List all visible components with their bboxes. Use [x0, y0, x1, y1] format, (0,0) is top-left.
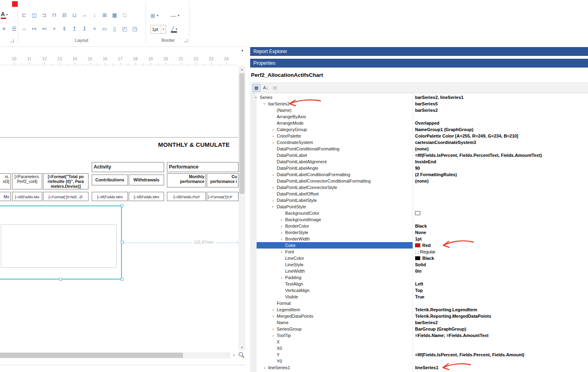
- property-value[interactable]: 1pt: [415, 236, 587, 242]
- table-header-performance[interactable]: Performance: [167, 162, 238, 172]
- expand-icon[interactable]: ›: [271, 306, 275, 313]
- property-value[interactable]: Red: [415, 242, 587, 249]
- selection-handle[interactable]: [121, 204, 123, 207]
- property-row-datapointlabeloffset[interactable]: DataPointLabelOffset: [250, 191, 588, 197]
- property-value[interactable]: barSeries5: [415, 101, 587, 107]
- remove-horizontal-spacing-icon[interactable]: ×: [51, 26, 58, 32]
- expand-icon[interactable]: ›: [279, 216, 284, 223]
- property-row-datapointlabelconditionalformatting[interactable]: ›DataPointLabelConditionalFormatting(2 F…: [250, 171, 588, 178]
- property-row-coordinatesystem[interactable]: ›CoordinateSystemcartesianCoordinateSyst…: [250, 139, 588, 146]
- horizontal-scrollbar-thumb[interactable]: [0, 353, 183, 358]
- property-value[interactable]: ColorPalette Color [A=255, R=249, G=234,…: [415, 133, 587, 139]
- property-row-datapointconditionalformatting[interactable]: DataPointConditionalFormatting(none): [250, 146, 588, 152]
- collapse-icon[interactable]: ›: [253, 95, 259, 100]
- increase-vertical-spacing-icon[interactable]: ↥: [71, 26, 78, 32]
- align-rights-icon[interactable]: ⊐: [41, 12, 47, 18]
- line-style-dropdown-button[interactable]: — ▾: [171, 11, 179, 20]
- report-title-textbox[interactable]: MONTHLY & CUMULATE: [158, 141, 239, 148]
- property-row-borderwidth[interactable]: ›BorderWidth1pt: [250, 236, 588, 242]
- vertical-scrollbar-thumb[interactable]: [239, 73, 245, 194]
- property-value[interactable]: (2 FormattingRules): [415, 171, 587, 178]
- property-row-datapointlabelconnectorconditionalformatting[interactable]: DataPointLabelConnectorConditionalFormat…: [250, 178, 588, 184]
- table-cell[interactable]: [=Format('{0:P: [207, 192, 238, 201]
- expand-icon[interactable]: ›: [271, 326, 275, 332]
- expand-icon[interactable]: ›: [279, 229, 284, 236]
- property-value[interactable]: (none): [415, 178, 587, 184]
- property-row-x0[interactable]: X0: [250, 345, 588, 351]
- property-row-datapointlabel[interactable]: DataPointLabel=IIf(Fields.IsPercent, Fie…: [250, 152, 588, 158]
- table-cell[interactable]: Withdrawals: [129, 175, 164, 185]
- property-pages-icon[interactable]: ▤: [271, 84, 279, 92]
- expand-icon[interactable]: ›: [271, 126, 275, 133]
- make-same-width-icon[interactable]: ↔: [81, 12, 88, 18]
- property-value[interactable]: =IIf(Fields.IsPercent, Fields.Percent, F…: [415, 351, 587, 358]
- align-lefts-icon[interactable]: ⊏: [21, 12, 27, 18]
- chart-plot-area[interactable]: [1, 224, 117, 268]
- property-value[interactable]: lineSeries1: [415, 364, 587, 371]
- increase-horizontal-spacing-icon[interactable]: ↦: [31, 26, 37, 32]
- expand-icon[interactable]: ›: [271, 133, 275, 139]
- property-value[interactable]: Telerik.Reporting.LegendItem: [415, 306, 587, 313]
- property-value[interactable]: Top: [415, 287, 587, 294]
- property-row-x[interactable]: X: [250, 339, 588, 345]
- property-value[interactable]: None: [415, 229, 587, 236]
- bring-to-front-icon[interactable]: ◰: [121, 26, 128, 32]
- line-color-dropdown-button[interactable]: ╱ ▾: [171, 25, 177, 34]
- property-value[interactable]: Overlapped: [415, 120, 587, 126]
- property-row-mergeddatapoints[interactable]: ›MergedDataPointsTelerik.Reporting.Merge…: [250, 313, 588, 319]
- expand-icon[interactable]: ›: [271, 313, 275, 319]
- property-value[interactable]: True: [415, 294, 587, 300]
- report-explorer-header[interactable]: Report Explorer: [250, 47, 588, 56]
- property-row-legenditem[interactable]: ›LegendItemTelerik.Reporting.LegendItem: [250, 306, 588, 313]
- categorized-icon[interactable]: ▦: [253, 84, 260, 92]
- property-value[interactable]: Left: [415, 281, 587, 287]
- property-row-linecolor[interactable]: LineColorBlack: [250, 255, 588, 261]
- expand-icon[interactable]: ›: [271, 139, 275, 146]
- property-value[interactable]: 0in: [415, 268, 587, 274]
- property-value[interactable]: BarGroup (GraphGroup): [415, 326, 587, 332]
- property-row-lineseries1[interactable]: ›lineSeries1lineSeries1: [250, 364, 588, 371]
- property-value[interactable]: barSeries2: [415, 107, 587, 113]
- property-row-linestyle[interactable]: LineStyleSolid: [250, 261, 588, 268]
- table-cell[interactable]: rs. ol3]: [0, 173, 11, 189]
- table-header-activity[interactable]: Activity: [92, 162, 164, 172]
- property-row-colorpalette[interactable]: ›ColorPaletteColorPalette Color [A=255, …: [250, 133, 588, 139]
- property-value[interactable]: [415, 210, 587, 216]
- table-cell[interactable]: Cu performance i: [207, 173, 238, 187]
- selection-handle[interactable]: [59, 278, 62, 281]
- property-row-font[interactable]: ›Font; ; Regular: [250, 249, 588, 255]
- property-row-linewidth[interactable]: LineWidth0in: [250, 268, 588, 274]
- property-row-name[interactable]: (Name)barSeries2: [250, 107, 588, 113]
- size-to-grid-icon[interactable]: ▦: [111, 12, 118, 18]
- table-cell[interactable]: [=Format("Total po rtefeuille {0}", Para…: [43, 173, 88, 189]
- property-row-arrangemode[interactable]: ArrangeModeOverlapped: [250, 120, 588, 126]
- expand-icon[interactable]: ›: [262, 364, 267, 371]
- property-value[interactable]: Black: [415, 223, 587, 229]
- table-cell[interactable]: [=IIf(Fields.Perf: [167, 192, 206, 201]
- property-value[interactable]: cartesianCoordinateSystem3: [415, 139, 587, 146]
- table-cell[interactable]: [=Parameters. Perf2_col4]: [12, 173, 42, 189]
- property-value[interactable]: Black: [415, 255, 587, 261]
- decrease-vertical-spacing-icon[interactable]: ↧: [81, 26, 88, 32]
- make-vertical-spacing-equal-icon[interactable]: ⇕: [61, 26, 68, 32]
- selection-handle[interactable]: [121, 241, 123, 244]
- property-value[interactable]: barSeries2, lineSeries1: [415, 94, 587, 101]
- property-value[interactable]: =IIf(Fields.IsPercent, Fields.PercentTex…: [415, 152, 587, 158]
- expand-icon[interactable]: ›: [271, 184, 275, 191]
- property-row-backgroundimage[interactable]: ›BackgroundImage: [250, 216, 588, 223]
- align-tops-icon[interactable]: ⊓: [51, 12, 58, 18]
- align-bottoms-icon[interactable]: ⊔: [71, 12, 78, 18]
- scroll-down-icon[interactable]: ▾: [238, 344, 245, 351]
- table-cell[interactable]: [=IIf(Fields.Mnt: [92, 192, 128, 201]
- border-width-value[interactable]: 1pt: [151, 25, 161, 33]
- property-row-bordercolor[interactable]: ›BorderColorBlack: [250, 223, 588, 229]
- collapse-icon[interactable]: ›: [270, 204, 276, 209]
- scroll-right-icon[interactable]: ›: [230, 352, 237, 358]
- selection-handle[interactable]: [121, 278, 123, 281]
- align-middles-icon[interactable]: ⊟: [61, 12, 68, 18]
- property-row-color[interactable]: ColorRed: [250, 242, 588, 249]
- properties-header[interactable]: Properties: [250, 59, 588, 68]
- alphabetical-sort-icon[interactable]: A↓: [262, 84, 269, 92]
- collapse-icon[interactable]: ›: [261, 101, 268, 106]
- property-row-verticalalign[interactable]: VerticalAlignTop: [250, 287, 588, 294]
